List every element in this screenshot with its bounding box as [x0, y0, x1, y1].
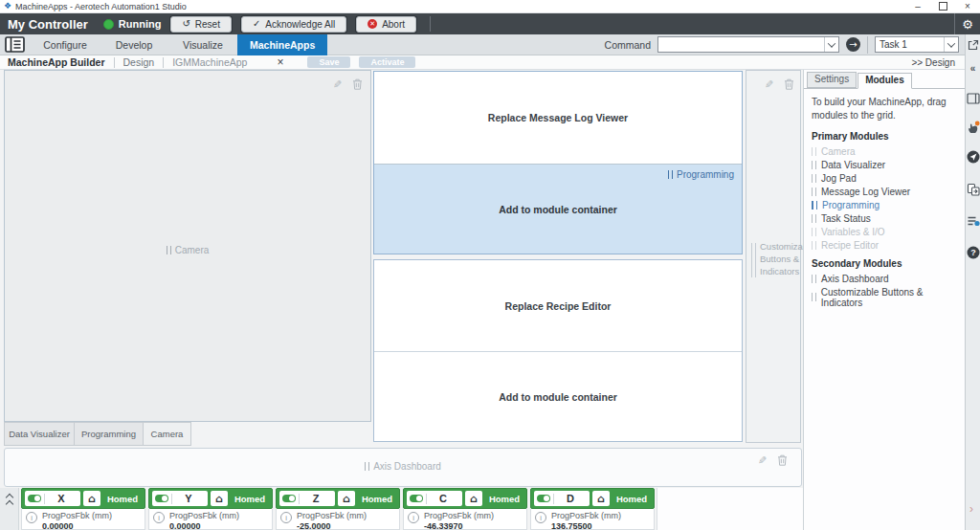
- axis-enable-toggle[interactable]: [155, 495, 168, 502]
- module-item-customizable-buttons[interactable]: Customizable Buttons & Indicators: [804, 285, 965, 309]
- replace-recipe-editor-dropzone[interactable]: Replace Recipe Editor: [374, 260, 742, 352]
- drag-handle-icon: [812, 174, 816, 183]
- axis-header: C ⌂ Homed: [403, 488, 527, 509]
- tab-machineapps[interactable]: MachineApps: [237, 34, 327, 55]
- home-axis-button[interactable]: ⌂: [83, 491, 100, 506]
- axis-enable-toggle[interactable]: [410, 495, 423, 502]
- module-item-data-visualizer[interactable]: Data Visualizer: [804, 158, 965, 171]
- scroll-right-arrow[interactable]: ›: [969, 502, 973, 516]
- close-button[interactable]: ×: [955, 0, 980, 12]
- replace-message-log-viewer-dropzone[interactable]: Replace Message Log Viewer: [374, 72, 742, 165]
- panel-icon: [967, 93, 980, 104]
- minimize-button[interactable]: –: [905, 0, 930, 12]
- task-queue-button[interactable]: [966, 215, 980, 228]
- divider: [163, 57, 164, 68]
- home-axis-button[interactable]: ⌂: [211, 491, 228, 506]
- open-new-window-button[interactable]: [966, 39, 980, 52]
- running-status-icon: [103, 19, 114, 30]
- module-item-programming[interactable]: Programming: [804, 198, 965, 211]
- chevron-down-icon: [947, 39, 955, 47]
- tab-develop[interactable]: Develop: [100, 34, 168, 55]
- axis-enable-toggle[interactable]: [28, 495, 41, 502]
- module-item-task-status[interactable]: Task Status: [804, 211, 965, 225]
- module-item-axis-dashboard[interactable]: Axis Dashboard: [804, 272, 965, 285]
- modules-sidebar: Settings Modules To build your MachineAp…: [803, 70, 965, 530]
- external-link-icon: [967, 39, 979, 52]
- info-icon[interactable]: i: [153, 512, 165, 523]
- home-axis-button[interactable]: ⌂: [592, 491, 610, 506]
- edit-pencil-icon[interactable]: ✎: [765, 79, 773, 90]
- info-icon[interactable]: i: [408, 512, 419, 523]
- command-area: Command → Task 1: [605, 36, 980, 54]
- camera-module-container[interactable]: ✎ Camera: [4, 70, 371, 422]
- maximize-button[interactable]: [930, 0, 955, 12]
- info-icon[interactable]: i: [26, 512, 37, 523]
- tab-visualize[interactable]: Visualize: [168, 34, 237, 55]
- controller-panel-button[interactable]: [966, 93, 980, 104]
- reset-icon: ↺: [182, 19, 189, 29]
- command-dropdown-button[interactable]: [824, 37, 838, 52]
- drag-handle-icon: [668, 170, 673, 179]
- tab-settings[interactable]: Settings: [807, 72, 857, 88]
- settings-gear-button[interactable]: ⚙: [954, 13, 980, 34]
- info-icon[interactable]: i: [535, 512, 546, 523]
- navigation-button[interactable]: [966, 150, 980, 164]
- open-app-tab[interactable]: IGMMachineApp: [172, 56, 247, 68]
- workspace-menu-button[interactable]: [5, 36, 25, 53]
- axis-homed-badge: Homed: [103, 494, 142, 504]
- module-item-jog-pad[interactable]: Jog Pad: [804, 171, 965, 185]
- tab-configure[interactable]: Configure: [31, 34, 100, 55]
- collapse-axis-bar-button[interactable]: [0, 488, 19, 530]
- axis-position-readout: i ProgPosFbk (mm)0.00000: [148, 509, 273, 530]
- abort-button[interactable]: ✕ Abort: [356, 16, 416, 33]
- module-item-message-log-viewer[interactable]: Message Log Viewer: [804, 185, 965, 198]
- reset-button[interactable]: ↺ Reset: [170, 16, 232, 33]
- tab-camera[interactable]: Camera: [144, 422, 191, 446]
- manual-control-alert-button[interactable]: [966, 121, 980, 134]
- edit-pencil-icon[interactable]: ✎: [333, 79, 342, 90]
- acknowledge-all-button[interactable]: ✓ Acknowledge All: [241, 16, 346, 33]
- activate-button[interactable]: Activate: [359, 56, 415, 68]
- delete-trash-icon[interactable]: [784, 78, 794, 90]
- check-icon: ✓: [253, 19, 260, 29]
- add-module-dropzone-highlighted[interactable]: Programming Add to module container: [374, 165, 742, 254]
- drag-handle-icon: [812, 228, 816, 236]
- axis-letter: Z: [300, 493, 332, 504]
- delete-trash-icon[interactable]: [777, 454, 788, 466]
- axis-letter: Y: [172, 493, 205, 504]
- app-logo-icon: ❖: [4, 2, 11, 11]
- task-select[interactable]: Task 1: [875, 36, 959, 53]
- home-axis-button[interactable]: ⌂: [338, 491, 355, 506]
- tab-modules[interactable]: Modules: [858, 73, 912, 89]
- buttons-indicators-container[interactable]: ✎ Customizable Buttons & Indicators: [746, 70, 801, 443]
- axis-dashboard-container[interactable]: Axis Dashboard ✎: [4, 448, 802, 487]
- info-icon[interactable]: i: [280, 512, 292, 523]
- add-module-dropzone[interactable]: Add to module container: [374, 352, 742, 441]
- axis-letter: X: [45, 493, 78, 504]
- hand-alert-icon: [967, 121, 980, 134]
- file-transfer-button[interactable]: [966, 183, 980, 196]
- drag-handle-icon: [812, 275, 816, 283]
- home-axis-button[interactable]: ⌂: [465, 491, 482, 506]
- drag-handle-icon: [812, 147, 816, 156]
- delete-trash-icon[interactable]: [352, 78, 363, 90]
- run-command-button[interactable]: →: [846, 37, 860, 52]
- toolbar-divider: [430, 16, 431, 32]
- command-input[interactable]: [658, 39, 824, 51]
- tab-data-visualizer[interactable]: Data Visualizer: [4, 422, 75, 446]
- collapse-sidebar-button[interactable]: «: [966, 63, 980, 74]
- tab-programming[interactable]: Programming: [75, 422, 144, 446]
- design-toggle[interactable]: >> Design: [911, 57, 955, 68]
- help-button[interactable]: ?: [966, 246, 980, 259]
- axis-enable-toggle[interactable]: [282, 495, 296, 502]
- axis-position-value: -25.0000: [297, 521, 331, 530]
- axis-enable-box: Z: [279, 491, 335, 506]
- edit-pencil-icon[interactable]: ✎: [758, 455, 767, 466]
- axis-enable-toggle[interactable]: [537, 495, 550, 502]
- save-button[interactable]: Save: [307, 56, 350, 68]
- axis-card-z: Z ⌂ Homed i ProgPosFbk (mm)-25.0000: [276, 488, 400, 530]
- task-dropdown-button[interactable]: [944, 37, 958, 52]
- left-panel-tabs: Data Visualizer Programming Camera: [4, 422, 191, 446]
- drag-handle-icon: [167, 246, 171, 254]
- close-app-button[interactable]: ×: [277, 56, 283, 68]
